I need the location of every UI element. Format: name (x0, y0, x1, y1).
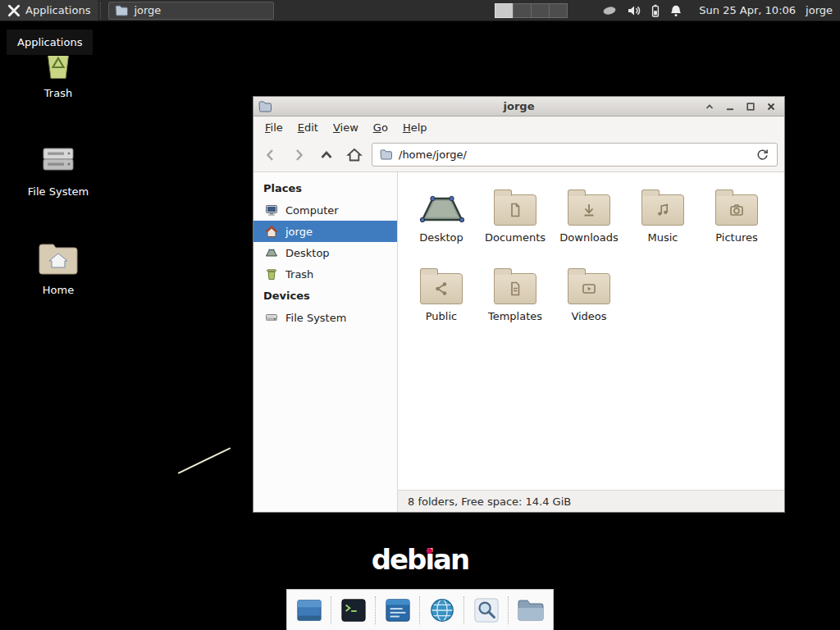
folder-item-desktop[interactable]: Desktop (404, 180, 478, 259)
folder-download-icon (568, 194, 610, 226)
panel-separator (100, 2, 104, 19)
dock-app-finder-button[interactable] (471, 593, 502, 628)
home-folder-icon (38, 241, 79, 277)
text-editor-icon (384, 597, 412, 623)
applications-menu-button[interactable]: Applications (0, 0, 98, 21)
dock-text-editor-button[interactable] (382, 593, 413, 628)
sidebar-item-label: jorge (285, 226, 313, 238)
folder-item-templates[interactable]: Templates (478, 259, 552, 338)
panel-username[interactable]: jorge (806, 4, 833, 16)
menu-help[interactable]: Help (395, 118, 435, 137)
up-button[interactable] (316, 144, 336, 165)
forward-icon (290, 147, 307, 163)
folder-music-icon (641, 194, 684, 226)
filesystem-drive-icon (39, 141, 78, 179)
folder-share-icon (420, 273, 463, 304)
folder-label: Public (426, 310, 457, 322)
folder-documents-icon (494, 194, 536, 226)
home-icon (346, 147, 363, 163)
path-bar[interactable]: /home/jorge/ (372, 143, 778, 167)
desktop-icon-filesystem[interactable]: File System (12, 141, 104, 198)
folder-label: Documents (485, 231, 546, 244)
dock-terminal-button[interactable] (338, 593, 369, 628)
folder-item-downloads[interactable]: Downloads (552, 180, 626, 259)
folder-label: Pictures (715, 231, 757, 244)
sidebar-item-jorge[interactable]: jorge (253, 221, 397, 242)
close-icon (766, 102, 776, 112)
folder-label: Downloads (559, 231, 618, 244)
path-folder-icon (380, 149, 392, 160)
window-titlebar[interactable]: jorge (253, 97, 784, 116)
show-desktop-icon (295, 597, 323, 623)
menu-file[interactable]: File (258, 118, 290, 137)
shade-button[interactable] (701, 99, 718, 114)
panel-clock[interactable]: Sun 25 Apr, 10:06 (699, 4, 796, 16)
maximize-button[interactable] (742, 99, 759, 114)
status-icon[interactable] (602, 5, 617, 16)
terminal-icon (340, 597, 368, 623)
taskbar-window-button[interactable]: jorge (108, 2, 274, 20)
folder-label: Videos (571, 310, 606, 322)
path-text[interactable]: /home/jorge/ (399, 148, 744, 161)
desktop-icon (265, 246, 278, 259)
close-button[interactable] (763, 99, 779, 114)
workspace-pager (495, 3, 568, 18)
reload-button[interactable] (751, 144, 774, 165)
menu-go[interactable]: Go (366, 118, 395, 137)
drive-icon (265, 311, 278, 324)
sidebar-item-computer[interactable]: Computer (253, 199, 397, 221)
dock-separator (508, 596, 509, 624)
file-manager-window: jorge F (253, 96, 785, 513)
back-button[interactable] (260, 144, 281, 165)
folder-item-pictures[interactable]: Pictures (700, 180, 774, 259)
reload-icon (756, 148, 769, 162)
dock-panel (286, 589, 554, 630)
menu-view[interactable]: View (326, 118, 366, 137)
applications-tooltip: Applications (6, 29, 94, 56)
folder-item-videos[interactable]: Videos (552, 259, 626, 338)
sidebar-item-label: Trash (285, 268, 313, 281)
maximize-icon (746, 102, 756, 112)
dock-separator (463, 596, 465, 624)
dock-web-browser-button[interactable] (427, 593, 458, 628)
status-bar: 8 folders, Free space: 14.4 GiB (398, 490, 784, 512)
web-browser-icon (428, 597, 456, 623)
applications-menu-icon (7, 4, 21, 17)
volume-icon[interactable] (627, 4, 641, 17)
dock-separator (375, 596, 377, 624)
notifications-bell-icon[interactable] (669, 4, 682, 17)
menu-edit[interactable]: Edit (290, 118, 326, 137)
file-manager-icon (517, 598, 545, 623)
places-header: Places (253, 177, 397, 199)
workspace-3[interactable] (531, 3, 550, 18)
sidebar-item-label: Computer (285, 204, 339, 217)
home-button[interactable] (344, 144, 364, 165)
sidebar-item-desktop[interactable]: Desktop (253, 242, 397, 263)
sidebar-item-trash[interactable]: Trash (253, 263, 397, 285)
workspace-4[interactable] (549, 3, 568, 18)
up-icon (318, 147, 335, 163)
folder-item-public[interactable]: Public (404, 259, 478, 338)
folder-label: Desktop (419, 231, 463, 244)
app-finder-icon (472, 597, 500, 623)
debian-wordmark: debian (0, 543, 840, 576)
side-pane: Places Computer jorge (253, 172, 398, 512)
sidebar-item-file-system[interactable]: File System (253, 307, 397, 328)
computer-icon (265, 203, 278, 217)
shade-icon (705, 102, 714, 112)
back-icon (262, 147, 279, 163)
dock-show-desktop-button[interactable] (294, 593, 325, 628)
forward-button[interactable] (288, 144, 308, 165)
dock-file-manager-button[interactable] (515, 593, 546, 628)
folder-item-music[interactable]: Music (626, 180, 700, 259)
desktop-icon-home[interactable]: Home (12, 241, 104, 296)
battery-icon[interactable] (651, 4, 660, 17)
top-panel: Applications jorge Sun 25 Apr, 10: (0, 0, 840, 21)
workspace-2[interactable] (513, 3, 532, 18)
sidebar-item-label: File System (285, 312, 346, 324)
desktop-icon-label: File System (28, 185, 89, 198)
minimize-button[interactable] (722, 99, 738, 114)
folder-view: Desktop Documents (398, 172, 784, 490)
folder-item-documents[interactable]: Documents (478, 180, 552, 259)
workspace-1[interactable] (495, 3, 514, 18)
